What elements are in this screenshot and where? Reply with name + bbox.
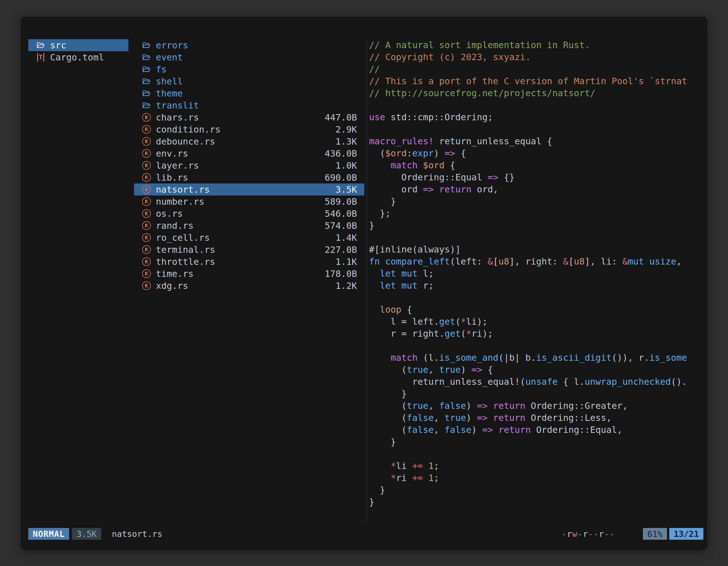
file-row[interactable]: R os.rs 546.0B <box>134 208 364 220</box>
code-line: } <box>369 220 700 232</box>
code-line: match (l.is_some_and(|b| b.is_ascii_digi… <box>369 352 700 364</box>
file-row[interactable]: R condition.rs 2.9K <box>134 123 364 135</box>
file-size: 546.0B <box>319 208 357 219</box>
file-size-badge: 3.5K <box>72 528 101 540</box>
file-name: env.rs <box>156 148 188 159</box>
file-row[interactable]: theme <box>134 87 364 99</box>
code-line: use std::cmp::Ordering; <box>369 111 700 123</box>
rust-file-icon: R <box>142 209 151 218</box>
code-line <box>369 232 700 244</box>
file-size: 690.0B <box>319 172 357 183</box>
folder-icon <box>36 41 45 50</box>
file-size: 1.0K <box>330 160 357 171</box>
file-name: Cargo.toml <box>50 52 104 63</box>
file-name: rand.rs <box>156 220 194 231</box>
file-icon-slot: R <box>141 149 151 158</box>
file-icon-slot: R <box>141 269 151 278</box>
permissions: -rw-r--r-- <box>562 529 615 539</box>
rust-file-icon: R <box>142 281 151 290</box>
file-name: throttle.rs <box>156 257 215 267</box>
file-size: 574.0B <box>319 220 357 231</box>
code-line: loop { <box>369 304 700 316</box>
current-pane: errors event fs shell theme translit R <box>134 39 364 292</box>
file-row[interactable]: R throttle.rs 1.1K <box>134 256 364 268</box>
parent-pane: src T Cargo.toml <box>28 39 128 63</box>
file-size: 178.0B <box>319 269 357 279</box>
code-line: // <box>369 63 700 75</box>
file-icon-slot: R <box>141 185 151 194</box>
code-line: (true, false) => return Ordering::Greate… <box>369 400 700 412</box>
code-line <box>369 340 700 352</box>
code-line: Ordering::Equal => {} <box>369 172 700 184</box>
code-line: // Copyright (c) 2023, sxyazi. <box>369 51 700 63</box>
folder-icon <box>142 77 151 86</box>
code-line: // A natural sort implementation in Rust… <box>369 39 700 51</box>
file-icon-slot <box>141 89 151 98</box>
folder-icon <box>142 89 151 98</box>
file-name: errors <box>156 40 188 51</box>
code-line: *ri += 1; <box>369 472 700 484</box>
file-name: shell <box>156 76 183 87</box>
file-row[interactable]: R ro_cell.rs 1.4K <box>134 232 364 244</box>
file-icon-slot: R <box>141 113 151 122</box>
status-left: NORMAL 3.5K natsort.rs <box>28 528 162 540</box>
code-line: } <box>369 196 700 208</box>
file-row[interactable]: R natsort.rs 3.5K <box>134 184 364 196</box>
preview-pane[interactable]: // A natural sort implementation in Rust… <box>369 39 700 513</box>
code-line: match $ord { <box>369 159 700 172</box>
folder-icon <box>142 101 151 110</box>
file-row[interactable]: R env.rs 436.0B <box>134 147 364 159</box>
file-row[interactable]: R debounce.rs 1.3K <box>134 135 364 147</box>
file-name: lib.rs <box>156 172 188 183</box>
cursor-position-badge: 13/21 <box>669 528 703 540</box>
code-line: l = left.get(*li); <box>369 316 700 328</box>
folder-icon <box>142 41 151 50</box>
file-name: theme <box>156 88 183 99</box>
file-name: time.rs <box>156 269 194 279</box>
rust-file-icon: R <box>142 185 151 194</box>
code-line: (false, false) => return Ordering::Equal… <box>369 424 700 436</box>
file-name: event <box>156 52 183 63</box>
file-size: 436.0B <box>319 148 357 159</box>
folder-icon <box>142 53 151 62</box>
file-size: 1.1K <box>330 257 357 267</box>
file-icon-slot: R <box>141 245 151 254</box>
mode-badge: NORMAL <box>28 528 69 540</box>
rust-file-icon: R <box>142 197 151 206</box>
file-row[interactable]: R rand.rs 574.0B <box>134 220 364 232</box>
file-icon-slot: R <box>141 173 151 182</box>
file-name: terminal.rs <box>156 245 215 255</box>
file-name: condition.rs <box>156 124 220 135</box>
code-line: let mut l; <box>369 268 700 280</box>
file-size: 447.0B <box>319 112 357 123</box>
toml-file-icon: T <box>37 53 44 62</box>
file-row[interactable]: R layer.rs 1.0K <box>134 159 364 172</box>
file-name: layer.rs <box>156 160 199 171</box>
folder-icon <box>142 65 151 74</box>
rust-file-icon: R <box>142 257 151 266</box>
file-row[interactable]: translit <box>134 99 364 111</box>
file-row[interactable]: R chars.rs 447.0B <box>134 111 364 123</box>
file-icon-slot: R <box>141 125 151 134</box>
file-row[interactable]: R lib.rs 690.0B <box>134 172 364 184</box>
file-row[interactable]: T Cargo.toml <box>28 51 128 63</box>
file-size: 1.3K <box>330 136 357 147</box>
rust-file-icon: R <box>142 173 151 182</box>
code-line: ($ord:expr) => { <box>369 147 700 159</box>
file-icon-slot: R <box>141 281 151 290</box>
file-row[interactable]: fs <box>134 63 364 75</box>
code-line: let mut r; <box>369 280 700 292</box>
rust-file-icon: R <box>142 269 151 278</box>
file-row[interactable]: R terminal.rs 227.0B <box>134 244 364 256</box>
file-row[interactable]: event <box>134 51 364 63</box>
file-row[interactable]: R time.rs 178.0B <box>134 268 364 280</box>
file-row[interactable]: R xdg.rs 1.2K <box>134 280 364 292</box>
rust-file-icon: R <box>142 149 151 158</box>
file-row[interactable]: errors <box>134 39 364 51</box>
status-right: -rw-r--r-- 61% 13/21 <box>562 528 703 540</box>
file-row[interactable]: R number.rs 589.0B <box>134 196 364 208</box>
file-row[interactable]: src <box>28 39 128 51</box>
file-row[interactable]: shell <box>134 75 364 87</box>
code-line: (true, true) => { <box>369 364 700 376</box>
code-line <box>369 99 700 111</box>
